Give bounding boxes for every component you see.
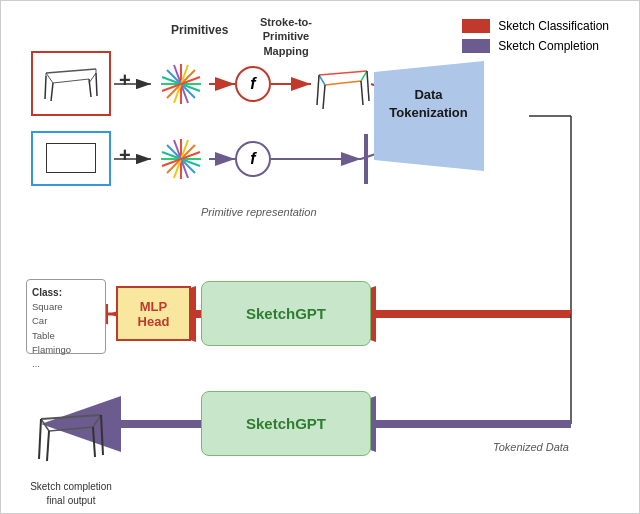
legend-box-red bbox=[462, 19, 490, 33]
svg-line-56 bbox=[41, 415, 101, 419]
svg-line-49 bbox=[319, 75, 325, 85]
svg-line-61 bbox=[101, 415, 103, 455]
svg-line-27 bbox=[53, 79, 89, 83]
head-label: Head bbox=[138, 314, 170, 329]
f-symbol-top: f bbox=[250, 75, 255, 93]
svg-line-25 bbox=[46, 73, 53, 83]
legend-classification-label: Sketch Classification bbox=[498, 19, 609, 33]
f-circle-bottom: f bbox=[235, 141, 271, 177]
class-title: Class: bbox=[32, 285, 100, 300]
starburst-multicolor bbox=[156, 134, 206, 188]
class-output-box: Class: Square Car Table Flamingo ... bbox=[26, 279, 106, 354]
legend-box-purple bbox=[462, 39, 490, 53]
mlp-label: MLP bbox=[140, 299, 167, 314]
input-blue-box bbox=[31, 131, 111, 186]
purple-bar bbox=[364, 134, 368, 184]
svg-line-52 bbox=[317, 75, 319, 105]
primitives-label: Primitives bbox=[171, 23, 228, 37]
sketchgpt-bottom-box: SketchGPT bbox=[201, 391, 371, 456]
legend: Sketch Classification Sketch Completion bbox=[462, 19, 609, 53]
diagram-container: Sketch Classification Sketch Completion … bbox=[0, 0, 640, 514]
sketchgpt-top-label: SketchGPT bbox=[246, 305, 326, 322]
legend-classification: Sketch Classification bbox=[462, 19, 609, 33]
plus-sign-top: + bbox=[119, 69, 131, 92]
svg-line-50 bbox=[361, 71, 367, 81]
svg-line-60 bbox=[39, 419, 41, 459]
primitive-representation-label: Primitive representation bbox=[201, 206, 317, 218]
svg-line-55 bbox=[361, 81, 363, 105]
svg-line-29 bbox=[89, 79, 91, 97]
svg-line-26 bbox=[89, 73, 96, 83]
svg-line-54 bbox=[323, 85, 325, 109]
f-circle-top: f bbox=[235, 66, 271, 102]
table-sketch bbox=[41, 61, 101, 106]
starburst-red bbox=[156, 59, 206, 113]
svg-line-51 bbox=[325, 81, 361, 85]
sketchgpt-bottom-label: SketchGPT bbox=[246, 415, 326, 432]
svg-line-48 bbox=[319, 71, 367, 75]
rect-sketch bbox=[46, 143, 96, 173]
svg-line-62 bbox=[47, 431, 49, 461]
sketch-completion-label: Sketch completion final output bbox=[16, 466, 126, 508]
stroke-to-primitive-label: Stroke-to- Primitive Mapping bbox=[241, 15, 331, 58]
svg-line-22 bbox=[46, 69, 96, 73]
svg-line-53 bbox=[367, 71, 369, 101]
table-result-sketch bbox=[309, 61, 374, 120]
svg-line-59 bbox=[49, 427, 93, 431]
sketch-completion-output bbox=[31, 401, 111, 466]
svg-line-57 bbox=[41, 419, 49, 431]
legend-completion-label: Sketch Completion bbox=[498, 39, 599, 53]
data-tokenization-shape bbox=[374, 61, 484, 171]
svg-line-31 bbox=[96, 73, 97, 96]
sketchgpt-top-box: SketchGPT bbox=[201, 281, 371, 346]
legend-completion: Sketch Completion bbox=[462, 39, 609, 53]
f-symbol-bottom: f bbox=[250, 150, 255, 168]
svg-line-63 bbox=[93, 427, 95, 457]
input-red-box bbox=[31, 51, 111, 116]
svg-line-30 bbox=[45, 76, 46, 99]
mlp-head-box: MLP Head bbox=[116, 286, 191, 341]
plus-sign-bottom: + bbox=[119, 144, 131, 167]
class-items: Square Car Table Flamingo ... bbox=[32, 300, 100, 371]
tokenized-data-label: Tokenized Data bbox=[493, 441, 569, 453]
svg-line-28 bbox=[51, 83, 53, 101]
svg-line-58 bbox=[93, 415, 101, 427]
